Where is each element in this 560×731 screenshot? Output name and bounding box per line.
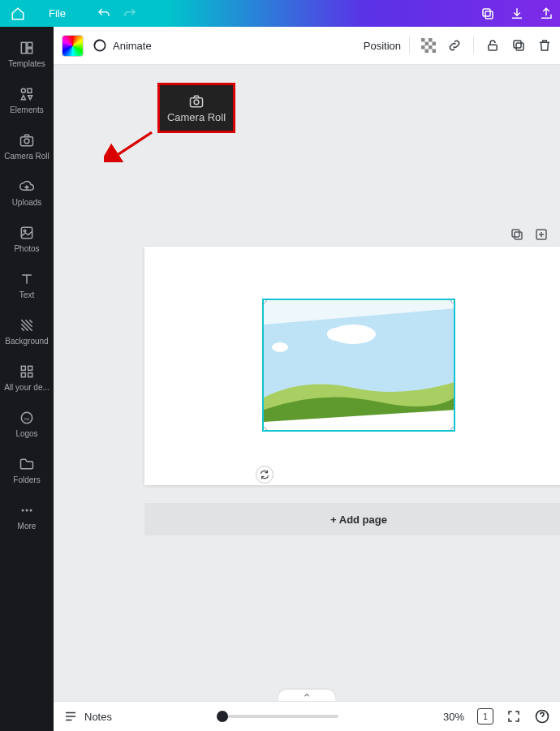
duplicate-button[interactable] — [511, 38, 526, 53]
sidebar-item-label: Logos — [15, 429, 37, 438]
svg-rect-13 — [21, 373, 25, 377]
svg-rect-30 — [489, 45, 498, 50]
elements-icon — [19, 86, 35, 102]
sidebar-item-photos[interactable]: Photos — [0, 217, 54, 263]
sidebar-item-all-designs[interactable]: All your de... — [0, 355, 54, 402]
redo-icon — [123, 6, 137, 21]
editor: Animate Position — [54, 27, 560, 731]
help-button[interactable] — [534, 708, 550, 725]
svg-rect-27 — [429, 45, 433, 49]
svg-rect-29 — [433, 49, 437, 54]
sidebar-item-label: Elements — [10, 105, 44, 114]
svg-rect-23 — [429, 38, 433, 42]
animate-button[interactable]: Animate — [92, 37, 152, 54]
svg-rect-6 — [28, 88, 32, 92]
topbar-left: File — [0, 0, 137, 27]
fullscreen-button[interactable] — [506, 709, 521, 724]
share-button[interactable] — [539, 6, 554, 21]
sync-icon — [259, 469, 270, 480]
animate-icon — [92, 37, 108, 54]
svg-rect-24 — [425, 42, 429, 46]
selected-image[interactable] — [262, 299, 455, 432]
svg-point-17 — [22, 510, 24, 512]
svg-text:co: co — [24, 416, 29, 421]
sync-button[interactable] — [256, 466, 274, 484]
svg-rect-36 — [515, 232, 522, 239]
callout-label: Camera Roll — [167, 111, 226, 123]
sidebar-item-folders[interactable]: Folders — [0, 448, 54, 494]
svg-rect-22 — [421, 38, 425, 42]
file-menu[interactable]: File — [36, 0, 79, 27]
sidebar-item-text[interactable]: Text — [0, 263, 54, 309]
sidebar-item-label: Folders — [13, 475, 40, 484]
annotation-arrow — [104, 130, 161, 162]
svg-point-41 — [327, 328, 347, 341]
lock-button[interactable] — [485, 38, 500, 53]
svg-point-42 — [272, 342, 288, 352]
home-icon — [11, 6, 25, 21]
position-button[interactable]: Position — [364, 40, 401, 52]
sidebar-item-camera-roll[interactable]: Camera Roll — [0, 124, 54, 170]
sidebar-item-templates[interactable]: Templates — [0, 32, 54, 78]
camera-icon — [19, 132, 35, 148]
copy-button[interactable] — [480, 6, 495, 21]
canvas-area[interactable]: Camera Roll — [54, 65, 560, 731]
sidebar-item-elements[interactable]: Elements — [0, 78, 54, 124]
main: Templates Elements Camera Roll Uploads P… — [0, 27, 560, 731]
svg-rect-4 — [28, 49, 32, 54]
home-button[interactable] — [0, 0, 36, 27]
undo-icon — [97, 6, 111, 21]
notes-button[interactable]: Notes — [63, 709, 112, 724]
text-icon — [19, 271, 35, 287]
trash-icon — [537, 38, 552, 53]
svg-rect-12 — [28, 366, 32, 370]
sidebar-item-label: Text — [19, 290, 34, 299]
chevron-up-icon — [302, 691, 312, 699]
svg-line-35 — [114, 132, 152, 157]
sidebar-item-uploads[interactable]: Uploads — [0, 170, 54, 217]
share-icon — [539, 6, 554, 21]
add-page-button[interactable]: + Add page — [144, 503, 560, 535]
undo-redo-group — [97, 6, 137, 21]
svg-rect-32 — [514, 41, 521, 48]
zoom-level[interactable]: 30% — [443, 711, 464, 723]
camera-roll-callout: Camera Roll — [157, 83, 235, 133]
lock-icon — [485, 38, 500, 53]
fullscreen-icon — [506, 709, 521, 724]
undo-button[interactable] — [97, 6, 111, 21]
sidebar-item-more[interactable]: More — [0, 494, 54, 540]
page-add-button[interactable] — [534, 227, 549, 242]
topbar-right — [480, 6, 554, 21]
link-button[interactable] — [447, 38, 462, 53]
redo-button[interactable] — [123, 6, 137, 21]
notes-icon — [63, 709, 78, 724]
svg-rect-2 — [21, 42, 26, 53]
background-icon — [19, 317, 35, 333]
design-page[interactable] — [144, 247, 560, 485]
page-grabber[interactable] — [278, 690, 335, 701]
copy-icon — [480, 6, 495, 21]
sidebar-item-label: Background — [5, 337, 48, 346]
sidebar-item-logos[interactable]: co Logos — [0, 402, 54, 448]
duplicate-icon — [511, 38, 526, 53]
bottom-bar: Notes 30% 1 — [54, 701, 560, 731]
color-picker[interactable] — [62, 35, 84, 57]
placeholder-image — [264, 300, 455, 432]
toolbar-right — [409, 37, 552, 54]
zoom-slider[interactable] — [217, 715, 338, 718]
sidebar-item-label: All your de... — [4, 383, 50, 392]
svg-point-5 — [21, 88, 25, 92]
sidebar-item-background[interactable]: Background — [0, 309, 54, 355]
page-indicator[interactable]: 1 — [477, 708, 493, 725]
delete-button[interactable] — [537, 38, 552, 53]
folder-icon — [19, 456, 35, 472]
download-button[interactable] — [510, 6, 524, 21]
templates-icon — [19, 40, 35, 56]
zoom-slider-knob[interactable] — [217, 711, 228, 722]
transparency-button[interactable] — [421, 38, 436, 53]
zoom-group: 30% 1 — [443, 708, 550, 725]
logos-icon: co — [19, 410, 35, 426]
page-duplicate-button[interactable] — [510, 227, 524, 242]
svg-point-10 — [24, 230, 26, 232]
svg-rect-31 — [516, 43, 523, 50]
